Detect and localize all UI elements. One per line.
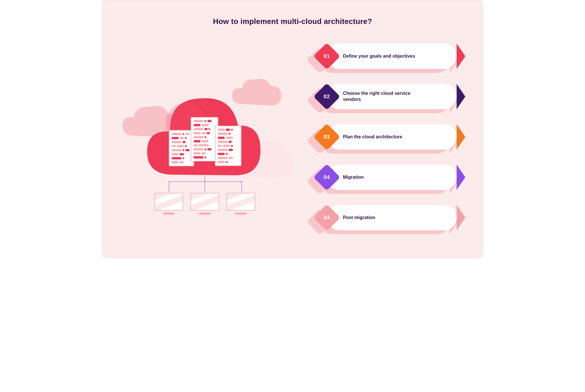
- connector-line: [205, 181, 205, 192]
- step-label: Migration: [343, 174, 364, 180]
- connector-line: [169, 181, 169, 192]
- step-arrow-icon: [457, 84, 465, 109]
- connector-line: [169, 181, 241, 182]
- step-body: 02 Choose the right cloud service vendor…: [327, 84, 457, 109]
- step-label: Choose the right cloud service vendors: [343, 91, 424, 103]
- step-body: 03 Plan the cloud architecture: [327, 124, 457, 150]
- page-title: How to implement multi-cloud architectur…: [102, 0, 483, 26]
- step-label: Plan the cloud architecture: [343, 134, 402, 140]
- step-number: 03: [317, 127, 336, 146]
- server-stack-3: [215, 126, 241, 166]
- step-arrow-icon: [457, 44, 465, 69]
- step-number: 02: [317, 87, 336, 106]
- server-stack-1: [169, 130, 194, 166]
- step-arrow-icon: [457, 205, 465, 230]
- monitor-1: [154, 193, 183, 216]
- monitor-3: [226, 193, 255, 216]
- step-body: 01 Define your goals and objectives: [327, 44, 457, 69]
- step-5: 04 Post migration: [327, 205, 457, 230]
- server-stack-2: [191, 117, 218, 161]
- cloud-servers-illustration: [134, 72, 290, 234]
- connector-line: [241, 181, 242, 192]
- step-label: Post migration: [343, 215, 375, 221]
- step-body: 04 Migration: [327, 165, 457, 190]
- step-3: 03 Plan the cloud architecture: [327, 124, 457, 150]
- step-1: 01 Define your goals and objectives: [327, 44, 457, 69]
- step-number: 01: [317, 47, 336, 66]
- step-number: 04: [317, 208, 336, 227]
- step-4: 04 Migration: [327, 165, 457, 190]
- step-arrow-icon: [457, 124, 465, 150]
- step-2: 02 Choose the right cloud service vendor…: [327, 84, 457, 109]
- step-number: 04: [317, 168, 336, 187]
- infographic-frame: How to implement multi-cloud architectur…: [102, 0, 483, 258]
- step-body: 04 Post migration: [327, 205, 457, 230]
- connector-line: [205, 176, 205, 181]
- step-label: Define your goals and objectives: [343, 53, 415, 59]
- monitor-2: [190, 193, 219, 216]
- steps-list: 01 Define your goals and objectives 02 C…: [327, 44, 457, 230]
- step-arrow-icon: [457, 165, 465, 190]
